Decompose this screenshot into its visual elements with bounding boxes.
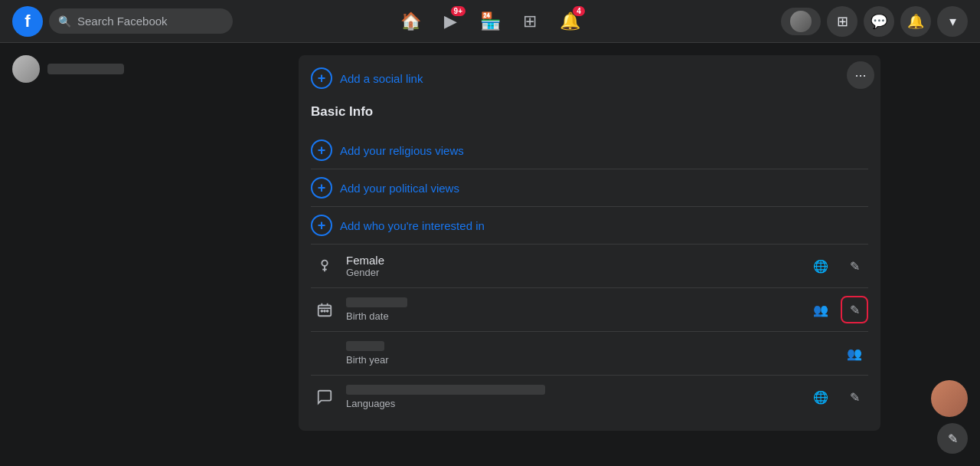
svg-point-4	[321, 310, 322, 312]
languages-actions: 🌐 ✎	[807, 383, 868, 411]
add-social-link-row[interactable]: + Add a social link	[311, 67, 868, 89]
birth-year-label: Birth year	[346, 354, 833, 366]
marketplace-icon: 🏪	[480, 11, 501, 31]
svg-point-6	[327, 310, 328, 312]
left-sidebar	[0, 43, 199, 466]
languages-edit-button[interactable]: ✎	[841, 383, 868, 411]
groups-icon: ⊞	[523, 11, 537, 31]
add-political-views-icon: +	[311, 177, 332, 199]
apps-icon: ⊞	[837, 13, 848, 30]
watch-nav-button[interactable]: ▶ 9+	[432, 3, 469, 40]
birth-year-text: Birth year	[346, 341, 833, 366]
messenger-button[interactable]: 💬	[864, 6, 894, 37]
languages-value-blurred	[346, 385, 545, 395]
main-content: ··· + Add a social link Basic Info + Add…	[199, 43, 980, 466]
birth-year-visibility-button[interactable]: 👥	[841, 340, 868, 367]
languages-row: Languages 🌐 ✎	[311, 376, 868, 418]
birth-date-row: Birth date 👥 ✎	[311, 288, 868, 332]
friends-icon: 👥	[813, 303, 828, 317]
birth-date-actions: 👥 ✎	[807, 296, 868, 323]
globe-icon-2: 🌐	[813, 390, 828, 405]
gender-text: Female Gender	[346, 254, 799, 278]
search-bar[interactable]: 🔍	[49, 8, 233, 34]
gender-edit-button[interactable]: ✎	[841, 252, 868, 280]
menu-button[interactable]: ▾	[937, 6, 968, 37]
add-social-link-icon: +	[311, 67, 332, 89]
notifications-badge: 4	[573, 6, 585, 16]
add-religious-views-label: Add your religious views	[340, 144, 464, 157]
fab-edit-button[interactable]: ✎	[937, 423, 968, 454]
edit-icon-2: ✎	[850, 390, 860, 405]
birth-year-value-blurred	[346, 341, 384, 351]
languages-visibility-button[interactable]: 🌐	[807, 383, 835, 411]
add-political-views-label: Add your political views	[340, 182, 459, 195]
chevron-down-icon: ▾	[949, 13, 956, 30]
birth-date-text: Birth date	[346, 297, 799, 322]
nav-right: ⊞ 💬 🔔 ▾	[588, 6, 968, 37]
birth-year-actions: 👥	[841, 340, 868, 367]
add-interested-in-row[interactable]: + Add who you're interested in	[311, 207, 868, 244]
svg-point-5	[324, 310, 325, 312]
languages-text: Languages	[346, 385, 799, 409]
friends-icon-2: 👥	[847, 346, 862, 361]
birth-date-visibility-button[interactable]: 👥	[807, 296, 835, 323]
gender-visibility-button[interactable]: 🌐	[807, 252, 835, 280]
content-card: + Add a social link Basic Info + Add you…	[299, 55, 880, 431]
alerts-button[interactable]: 🔔	[900, 6, 931, 37]
languages-label: Languages	[346, 398, 799, 409]
gender-row: Female Gender 🌐 ✎	[311, 244, 868, 288]
basic-info-title: Basic Info	[311, 104, 868, 120]
facebook-logo[interactable]: f	[12, 6, 43, 37]
more-options-button[interactable]: ···	[847, 61, 874, 89]
fab-edit-icon: ✎	[948, 432, 958, 446]
svg-point-0	[322, 261, 327, 266]
gender-label: Gender	[346, 267, 799, 278]
fab-area: ✎	[931, 380, 968, 454]
profile-name-blurred	[47, 64, 124, 74]
notifications-nav-button[interactable]: 🔔 4	[551, 3, 588, 40]
profile-nav-button[interactable]	[781, 8, 821, 35]
profile-avatar	[12, 55, 40, 83]
add-social-link-label: Add a social link	[340, 72, 423, 85]
navbar: f 🔍 🏠 ▶ 9+ 🏪 ⊞ 🔔 4 ⊞ 💬	[0, 0, 980, 43]
birth-date-edit-button[interactable]: ✎	[841, 296, 868, 323]
search-icon: 🔍	[58, 15, 71, 28]
birth-year-row: Birth year 👥	[311, 332, 868, 376]
home-icon: 🏠	[400, 11, 421, 31]
marketplace-nav-button[interactable]: 🏪	[472, 3, 508, 40]
nav-avatar	[790, 11, 812, 32]
edit-icon: ✎	[850, 259, 860, 274]
alerts-icon: 🔔	[907, 13, 924, 30]
home-nav-button[interactable]: 🏠	[392, 3, 429, 40]
nav-center: 🏠 ▶ 9+ 🏪 ⊞ 🔔 4	[392, 3, 588, 40]
watch-badge: 9+	[451, 6, 466, 16]
nav-left: f 🔍	[12, 6, 392, 37]
add-political-views-row[interactable]: + Add your political views	[311, 169, 868, 207]
messenger-icon: 💬	[871, 13, 887, 30]
ellipsis-icon: ···	[854, 67, 866, 84]
page-body: ··· + Add a social link Basic Info + Add…	[0, 43, 980, 466]
edit-pencil-icon: ✎	[850, 303, 860, 317]
gender-value: Female	[346, 254, 799, 267]
birth-date-label: Birth date	[346, 310, 799, 322]
groups-nav-button[interactable]: ⊞	[511, 3, 548, 40]
birth-date-value-blurred	[346, 297, 407, 307]
languages-icon	[311, 383, 338, 411]
gender-icon	[311, 252, 338, 280]
globe-icon: 🌐	[813, 259, 828, 274]
add-interested-in-icon: +	[311, 215, 332, 236]
apps-button[interactable]: ⊞	[827, 6, 858, 37]
add-religious-views-row[interactable]: + Add your religious views	[311, 132, 868, 169]
add-interested-in-label: Add who you're interested in	[340, 219, 485, 232]
add-religious-views-icon: +	[311, 139, 332, 161]
birth-date-icon	[311, 296, 338, 323]
gender-actions: 🌐 ✎	[807, 252, 868, 280]
birth-year-icon	[311, 340, 338, 367]
search-input[interactable]	[77, 15, 224, 28]
profile-card[interactable]	[6, 49, 193, 89]
fab-avatar	[931, 380, 968, 417]
